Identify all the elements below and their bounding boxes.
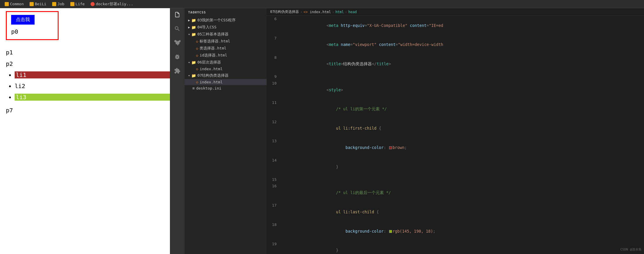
bookmark-icon-common [5, 2, 9, 6]
tree-item-06-index[interactable]: ▶ ◇ index.html [185, 66, 267, 72]
explorer-header: TAOHYCSS [185, 8, 267, 17]
tree-item-03[interactable]: ▶ 📁 03我的第一个CSS程序 [185, 17, 267, 24]
preview-p7: p7 [6, 107, 164, 114]
breadcrumb-file: <> [304, 10, 308, 14]
code-line: 12 ul li:first-child { [267, 119, 644, 138]
html-file-icon: ◇ [196, 53, 198, 58]
chevron-down-icon: ▾ [188, 32, 190, 36]
bookmark-icon-job [52, 2, 56, 6]
code-line: 10 <style> [267, 80, 644, 99]
bookmark-common[interactable]: Common [2, 1, 26, 7]
watermark: CSDN @淡水鱼 [620, 247, 642, 252]
code-line: 18 background-color: rgb(145, 190, 18); [267, 222, 644, 241]
tree-item-id-selector[interactable]: ▶ ◇ id选择器.html [185, 52, 267, 59]
folder-icon: 📁 [191, 73, 196, 78]
tree-item-05[interactable]: ▾ 📁 05三种基本选择器 [185, 31, 267, 38]
html-file-icon: ◇ [196, 39, 198, 44]
color-swatch-brown [389, 146, 392, 149]
tree-item-class-selector[interactable]: ▶ ◇ 类选择器.html [185, 45, 267, 52]
list-item-2: li2 [15, 81, 164, 91]
main-layout: 点击我 p0 p1 p2 li1 li2 li3 p7 TAOHYCSS [0, 8, 644, 254]
li1-label: li1 [15, 71, 170, 78]
tree-item-desktop-ini[interactable]: ▶ ≡ desktop.ini [185, 85, 267, 91]
html-file-icon: ◇ [196, 80, 198, 84]
li2-label: li2 [15, 83, 25, 90]
code-line: 15 [267, 176, 644, 183]
bookmark-bar: Common BeiLi Job Life docker部署aliy... [0, 0, 644, 8]
html-file-icon: ◇ [196, 67, 198, 71]
breadcrumb: 07结构伪类选择器 › <> index.html › html › head [267, 8, 644, 16]
code-line: 13 background-color: brown; [267, 138, 644, 157]
activity-bar [170, 8, 185, 254]
extensions-icon[interactable] [173, 67, 181, 75]
chevron-right-icon: ▶ [188, 18, 190, 22]
breadcrumb-path: 07结构伪类选择器 [270, 9, 299, 14]
breadcrumb-html: html [335, 10, 344, 14]
code-editor[interactable]: 6 <meta http-equiv="X-UA-Compatible" con… [267, 16, 644, 254]
tree-item-04[interactable]: ▶ 📁 04导入CSS [185, 24, 267, 31]
click-button[interactable]: 点击我 [11, 15, 35, 25]
breadcrumb-filename: index.html [310, 10, 331, 14]
code-line: 8 <title>结构伪类选择器</title> [267, 54, 644, 74]
search-icon[interactable] [173, 25, 181, 33]
tree-item-07[interactable]: ▾ 📁 07结构伪类选择器 [185, 72, 267, 79]
txt-file-icon: ≡ [192, 86, 195, 90]
bookmark-icon-life [70, 2, 74, 6]
breadcrumb-head: head [348, 10, 357, 14]
color-swatch-green [389, 230, 392, 233]
tree-item-07-index[interactable]: ▶ ◇ index.html [185, 79, 267, 85]
preview-panel: 点击我 p0 p1 p2 li1 li2 li3 p7 [0, 8, 170, 254]
run-debug-icon[interactable] [173, 53, 181, 61]
list-item-1: li1 [15, 70, 164, 80]
code-line: 9 [267, 73, 644, 80]
html-file-icon: ◇ [196, 46, 198, 51]
preview-red-box: 点击我 p0 [6, 11, 59, 40]
code-line: 14 } [267, 157, 644, 176]
chevron-right-icon: ▶ [188, 25, 190, 29]
code-line: 7 <meta name="viewport" content="width=d… [267, 35, 644, 54]
folder-icon: 📁 [191, 32, 196, 37]
chevron-down-icon: ▾ [188, 61, 190, 64]
preview-list: li1 li2 li3 [6, 70, 164, 102]
chevron-down-icon: ▾ [188, 74, 190, 78]
bookmark-docker[interactable]: docker部署aliy... [88, 1, 136, 7]
explorer-icon[interactable] [173, 11, 181, 19]
bookmark-job[interactable]: Job [50, 1, 67, 7]
tree-item-06[interactable]: ▾ 📁 06层次选择器 [185, 59, 267, 66]
code-line: 16 /* ul li的最后一个元素 */ [267, 183, 644, 202]
code-line: 6 <meta http-equiv="X-UA-Compatible" con… [267, 16, 644, 35]
li3-label: li3 [15, 94, 170, 101]
code-line: 11 /* ul li的第一个元素 */ [267, 99, 644, 119]
editor-area: 07结构伪类选择器 › <> index.html › html › head … [267, 8, 644, 254]
bookmark-icon-docker [91, 2, 95, 6]
folder-icon: 📁 [191, 18, 196, 23]
bookmark-icon-beili [30, 2, 34, 6]
tree-item-tag-selector[interactable]: ▶ ◇ 标签选择器.html [185, 38, 267, 45]
code-line: 19 } [267, 241, 644, 254]
bookmark-life[interactable]: Life [68, 1, 87, 7]
source-control-icon[interactable] [173, 39, 181, 47]
folder-icon: 📁 [191, 60, 196, 65]
bookmark-beili[interactable]: BeiLi [27, 1, 49, 7]
file-explorer: TAOHYCSS ▶ 📁 03我的第一个CSS程序 ▶ 📁 04导入CSS ▾ … [185, 8, 267, 254]
preview-p2: p2 [6, 60, 164, 67]
preview-p1: p1 [6, 49, 164, 56]
folder-icon: 📁 [191, 25, 196, 30]
code-line: 17 ul li:last-child { [267, 202, 644, 222]
preview-p0: p0 [11, 27, 53, 36]
list-item-3: li3 [15, 92, 164, 102]
